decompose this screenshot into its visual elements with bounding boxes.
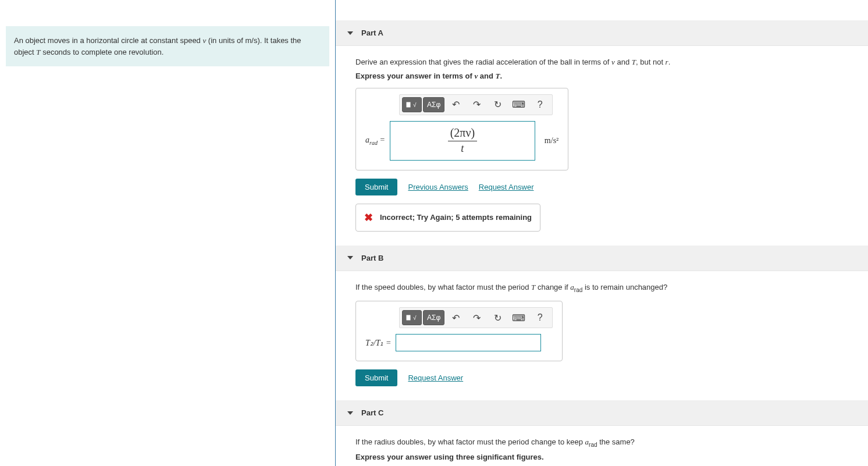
part-title: Part C: [361, 408, 383, 417]
template-button[interactable]: √: [402, 97, 422, 112]
text: Express your answer in terms of: [355, 72, 474, 80]
feedback-box: ✖ Incorrect; Try Again; 5 attempts remai…: [355, 204, 540, 232]
equals: =: [378, 136, 385, 144]
text: the same?: [597, 437, 635, 446]
text: and: [615, 58, 632, 66]
reset-icon[interactable]: ↻: [488, 97, 507, 112]
text: seconds to complete one revolution.: [41, 48, 164, 56]
text: is to remain unchanged?: [582, 283, 667, 291]
help-icon[interactable]: ?: [530, 97, 550, 112]
equation-toolbar: √ ΑΣφ ↶ ↷ ↻ ⌨ ?: [399, 307, 553, 328]
part-a-instruction: Express your answer in terms of v and T.: [355, 72, 848, 81]
request-answer-link[interactable]: Request Answer: [479, 183, 534, 191]
equation-label: arad =: [365, 136, 385, 146]
units-label: m/s²: [545, 136, 558, 145]
redo-icon[interactable]: ↷: [467, 97, 486, 112]
var: T₂/T₁: [365, 339, 383, 347]
chevron-down-icon: [347, 31, 353, 35]
part-a-prompt: Derive an expression that gives the radi…: [355, 56, 848, 68]
problem-column: An object moves in a horizontal circle a…: [0, 0, 336, 466]
sub: rad: [589, 442, 597, 448]
part-c-body: If the radius doubles, by what factor mu…: [336, 426, 868, 466]
text: If the radius doubles, by what factor mu…: [355, 437, 585, 446]
greek-button[interactable]: ΑΣφ: [423, 310, 444, 325]
text: change if: [535, 283, 570, 291]
text: (in units of: [206, 36, 245, 45]
text: .: [668, 58, 671, 66]
incorrect-icon: ✖: [364, 211, 373, 224]
submit-button[interactable]: Submit: [355, 179, 397, 195]
part-c-prompt: If the radius doubles, by what factor mu…: [355, 436, 848, 449]
text: An object moves in a horizontal circle a…: [14, 36, 202, 45]
equation-toolbar: √ ΑΣφ ↶ ↷ ↻ ⌨ ?: [399, 94, 553, 115]
previous-answers-link[interactable]: Previous Answers: [408, 183, 468, 191]
keyboard-icon[interactable]: ⌨: [508, 310, 529, 325]
fraction-denominator: t: [456, 141, 468, 156]
var: a: [365, 136, 369, 144]
svg-rect-2: [407, 315, 410, 320]
svg-rect-0: [407, 102, 410, 107]
text: and: [478, 72, 495, 80]
equals: =: [383, 339, 391, 347]
part-title: Part A: [361, 29, 383, 37]
part-b-prompt: If the speed doubles, by what factor mus…: [355, 282, 848, 294]
equation-label: T₂/T₁ =: [365, 338, 391, 348]
var: T: [496, 72, 500, 80]
part-c-header[interactable]: Part C: [336, 400, 868, 426]
part-b-header[interactable]: Part B: [336, 246, 868, 271]
text: Derive an expression that gives the radi…: [355, 58, 611, 66]
feedback-text: Incorrect; Try Again; 5 attempts remaini…: [380, 213, 532, 222]
problem-statement: An object moves in a horizontal circle a…: [6, 26, 329, 66]
equation-input[interactable]: (2πν) t: [390, 121, 535, 161]
part-title: Part B: [361, 254, 383, 262]
chevron-down-icon: [347, 256, 353, 259]
text: If the speed doubles, by what factor mus…: [355, 283, 531, 291]
actions-row: Submit Request Answer: [355, 369, 848, 386]
reset-icon[interactable]: ↻: [488, 310, 507, 325]
text: m/s: [245, 36, 257, 45]
part-a-header[interactable]: Part A: [336, 20, 868, 46]
answer-row: T₂/T₁ =: [365, 334, 553, 351]
answer-column: Part A Derive an expression that gives t…: [336, 0, 868, 466]
undo-icon[interactable]: ↶: [446, 310, 465, 325]
answer-card-a: √ ΑΣφ ↶ ↷ ↻ ⌨ ? arad = (2πν): [355, 88, 568, 170]
sub: rad: [369, 139, 378, 145]
equation-input[interactable]: [396, 334, 541, 351]
greek-button[interactable]: ΑΣφ: [423, 97, 444, 112]
part-b-body: If the speed doubles, by what factor mus…: [336, 271, 868, 401]
request-answer-link[interactable]: Request Answer: [408, 373, 463, 382]
actions-row: Submit Previous Answers Request Answer: [355, 179, 848, 195]
answer-card-b: √ ΑΣφ ↶ ↷ ↻ ⌨ ? T₂/T₁ =: [355, 301, 563, 361]
chevron-down-icon: [347, 411, 353, 415]
submit-button[interactable]: Submit: [355, 369, 397, 386]
keyboard-icon[interactable]: ⌨: [508, 97, 529, 112]
undo-icon[interactable]: ↶: [446, 97, 465, 112]
answer-row: arad = (2πν) t m/s²: [365, 121, 558, 161]
template-button[interactable]: √: [402, 310, 422, 325]
text: , but not: [636, 58, 666, 66]
help-icon[interactable]: ?: [530, 310, 550, 325]
svg-text:√: √: [413, 102, 417, 108]
part-c-instruction: Express your answer using three signific…: [355, 453, 848, 461]
sub: rad: [574, 286, 582, 293]
var-t: T: [36, 48, 40, 56]
fraction-numerator: (2πν): [446, 125, 479, 141]
text: .: [500, 72, 503, 80]
part-a-body: Derive an expression that gives the radi…: [336, 46, 868, 246]
var: T: [632, 58, 636, 66]
redo-icon[interactable]: ↷: [467, 310, 486, 325]
svg-text:√: √: [413, 315, 417, 321]
